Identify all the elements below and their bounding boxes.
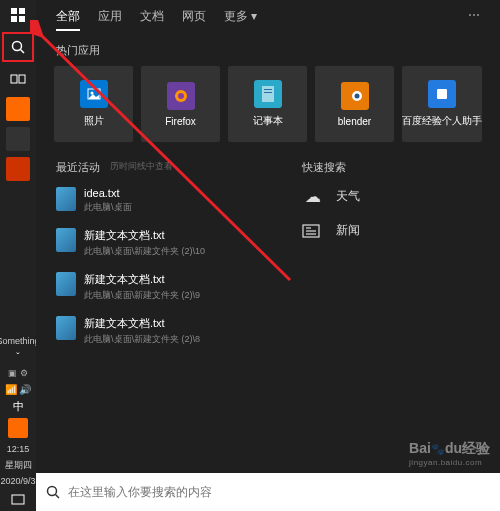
svg-rect-7 xyxy=(19,75,25,83)
options-icon[interactable]: ⋯ xyxy=(468,8,480,31)
top-app-label: 百度经验个人助手 xyxy=(402,114,482,128)
quick-column: 快速搜索 ☁ 天气 新闻 xyxy=(302,160,480,360)
svg-rect-3 xyxy=(19,16,25,22)
recent-title: 最近活动 xyxy=(56,160,100,175)
photos-icon xyxy=(80,80,108,108)
recent-item[interactable]: 新建文本文档.txt此电脑\桌面\新建文件夹 (2)\8 xyxy=(56,316,278,346)
filter-tabs: 全部 应用 文档 网页 更多 ▾ ⋯ xyxy=(36,0,500,37)
notepad-icon xyxy=(254,80,282,108)
svg-rect-18 xyxy=(437,89,447,99)
recent-subtitle[interactable]: 历时间线中查看 xyxy=(110,160,173,175)
quick-weather[interactable]: ☁ 天气 xyxy=(302,187,480,206)
svg-point-17 xyxy=(354,93,359,98)
file-path: 此电脑\桌面\新建文件夹 (2)\10 xyxy=(84,245,205,258)
top-app-blender[interactable]: blender xyxy=(315,66,394,142)
clock-date: 2020/9/3 xyxy=(0,473,35,489)
file-icon xyxy=(56,228,76,252)
tab-all[interactable]: 全部 xyxy=(56,8,80,31)
svg-line-5 xyxy=(21,50,25,54)
top-app-notepad[interactable]: 记事本 xyxy=(228,66,307,142)
recent-item[interactable]: 新建文本文档.txt此电脑\桌面\新建文件夹 (2)\9 xyxy=(56,272,278,302)
file-icon xyxy=(56,272,76,296)
file-name: 新建文本文档.txt xyxy=(84,316,200,331)
tab-docs[interactable]: 文档 xyxy=(140,8,164,31)
file-path: 此电脑\桌面 xyxy=(84,201,132,214)
quick-label: 天气 xyxy=(336,188,360,205)
pinned-app-2[interactable] xyxy=(6,127,30,151)
tab-apps[interactable]: 应用 xyxy=(98,8,122,31)
file-icon xyxy=(56,187,76,211)
news-icon xyxy=(302,224,324,238)
firefox-icon xyxy=(167,82,195,110)
blender-icon xyxy=(341,82,369,110)
svg-rect-1 xyxy=(19,8,25,14)
file-icon xyxy=(56,316,76,340)
svg-rect-2 xyxy=(11,16,17,22)
ime-indicator[interactable]: 中 xyxy=(0,397,36,415)
watermark: Bai🐾du经验 jingyan.baidu.com xyxy=(409,440,490,467)
top-app-firefox[interactable]: Firefox xyxy=(141,66,220,142)
clock-time[interactable]: 12:15 xyxy=(7,441,30,457)
svg-point-12 xyxy=(178,93,184,99)
task-view-icon[interactable] xyxy=(0,64,36,94)
recent-item[interactable]: 新建文本文档.txt此电脑\桌面\新建文件夹 (2)\10 xyxy=(56,228,278,258)
clock-day: 星期四 xyxy=(5,457,32,473)
svg-rect-6 xyxy=(11,75,17,83)
start-button[interactable] xyxy=(0,0,36,30)
tray-chevron-icon[interactable]: ˇ xyxy=(0,349,36,365)
quick-title: 快速搜索 xyxy=(302,160,346,175)
file-name: 新建文本文档.txt xyxy=(84,272,200,287)
weather-icon: ☁ xyxy=(302,187,324,206)
search-panel: 全部 应用 文档 网页 更多 ▾ ⋯ 热门应用 照片 Firefox 记事本 b… xyxy=(36,0,500,473)
search-input[interactable] xyxy=(68,485,490,499)
taskbar: Something ˇ ▣ ⚙ 📶 🔊 中 12:15 星期四 2020/9/3 xyxy=(0,0,36,511)
tray-icons[interactable]: ▣ ⚙ xyxy=(0,365,36,381)
svg-rect-0 xyxy=(11,8,17,14)
svg-point-4 xyxy=(13,42,22,51)
top-app-label: 照片 xyxy=(84,114,104,128)
svg-point-24 xyxy=(48,487,57,496)
notifications-icon[interactable] xyxy=(0,489,36,511)
pinned-app-4[interactable] xyxy=(8,418,28,438)
network-icon[interactable]: 📶 🔊 xyxy=(0,381,36,397)
pinned-app-1[interactable] xyxy=(6,97,30,121)
svg-rect-14 xyxy=(264,89,272,90)
file-name: 新建文本文档.txt xyxy=(84,228,205,243)
search-icon xyxy=(46,485,60,499)
svg-rect-13 xyxy=(262,86,274,102)
tab-more[interactable]: 更多 ▾ xyxy=(224,8,257,31)
recent-column: 最近活动 历时间线中查看 idea.txt此电脑\桌面 新建文本文档.txt此电… xyxy=(56,160,278,360)
top-apps-title: 热门应用 xyxy=(56,43,480,58)
search-taskbar-icon[interactable] xyxy=(2,32,34,62)
pinned-app-3[interactable] xyxy=(6,157,30,181)
quick-news[interactable]: 新闻 xyxy=(302,222,480,239)
baidu-helper-icon xyxy=(428,80,456,108)
top-app-photos[interactable]: 照片 xyxy=(54,66,133,142)
file-path: 此电脑\桌面\新建文件夹 (2)\9 xyxy=(84,289,200,302)
search-bar[interactable] xyxy=(36,473,500,511)
top-app-label: Firefox xyxy=(165,116,196,127)
file-name: idea.txt xyxy=(84,187,132,199)
top-app-label: 记事本 xyxy=(253,114,283,128)
svg-rect-8 xyxy=(12,495,24,504)
weather-status[interactable]: Something xyxy=(0,333,40,349)
file-path: 此电脑\桌面\新建文件夹 (2)\8 xyxy=(84,333,200,346)
quick-label: 新闻 xyxy=(336,222,360,239)
top-app-label: blender xyxy=(338,116,371,127)
svg-line-25 xyxy=(56,495,60,499)
recent-item[interactable]: idea.txt此电脑\桌面 xyxy=(56,187,278,214)
svg-rect-15 xyxy=(264,92,272,93)
tab-web[interactable]: 网页 xyxy=(182,8,206,31)
top-apps-row: 照片 Firefox 记事本 blender 百度经验个人助手 xyxy=(36,66,500,142)
top-app-baidu[interactable]: 百度经验个人助手 xyxy=(402,66,482,142)
